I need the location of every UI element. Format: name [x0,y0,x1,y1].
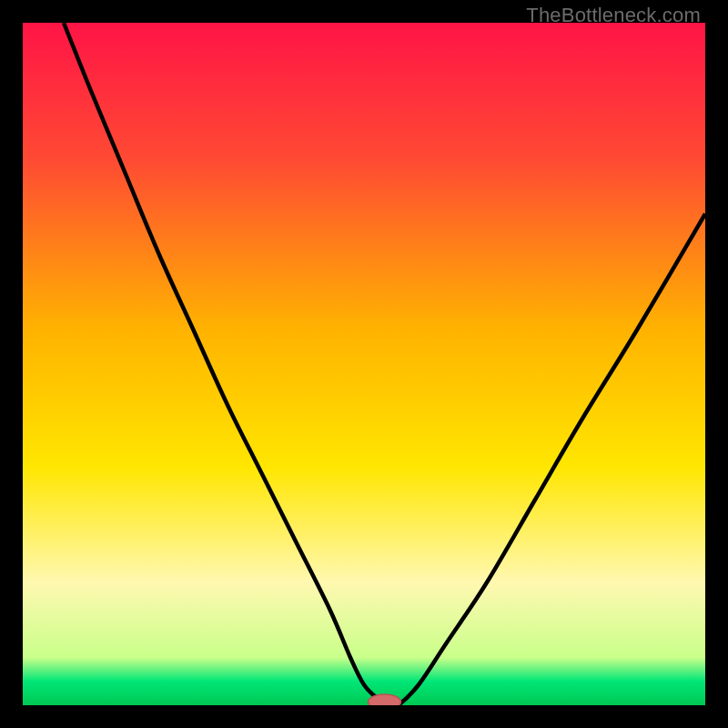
bottleneck-curve [64,23,705,705]
minimum-marker [369,694,401,705]
chart-area [23,23,705,705]
chart-overlay [23,23,705,705]
